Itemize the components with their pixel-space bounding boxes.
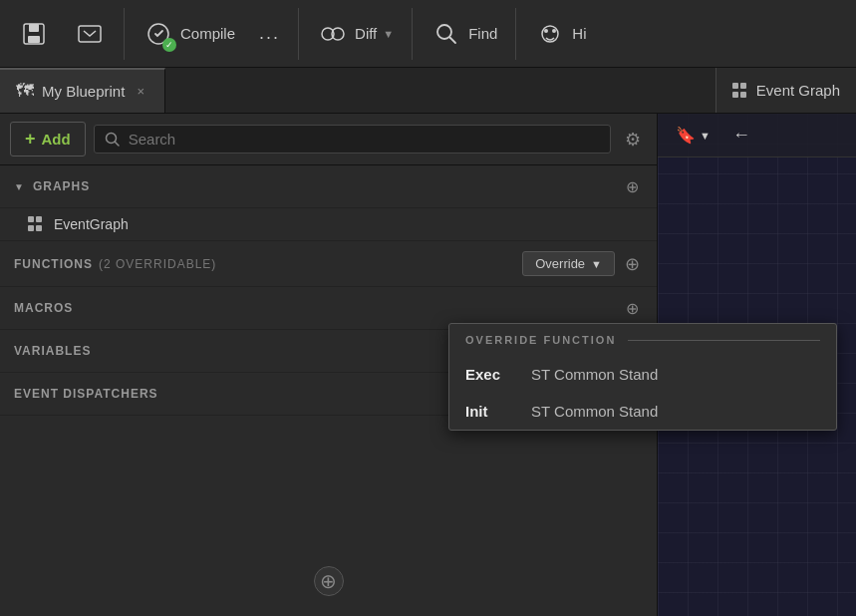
toolbar-divider-2 (298, 8, 299, 60)
functions-add-button[interactable]: ⊕ (621, 253, 643, 275)
find-icon (430, 18, 462, 50)
search-input[interactable] (129, 131, 600, 148)
hide-button[interactable]: Hi (524, 8, 596, 60)
graphs-add-button[interactable]: ⊕ (621, 175, 643, 197)
search-icon (105, 132, 121, 148)
override-exec-value: ST Common Stand (531, 366, 658, 383)
toolbar-divider-3 (412, 8, 413, 60)
svg-line-8 (450, 37, 456, 43)
browse-icon (74, 18, 106, 50)
compile-label: Compile (180, 25, 235, 42)
override-init-value: ST Common Stand (531, 403, 658, 420)
diff-chevron-icon: ▼ (383, 28, 394, 40)
compile-icon: ✓ (143, 18, 174, 50)
override-popup-divider (628, 340, 820, 341)
main-toolbar: ✓ Compile ... Diff ▼ Find (0, 0, 856, 68)
eventgraph-item[interactable]: EventGraph (0, 208, 657, 241)
eventgraph-item-icon (28, 216, 44, 232)
override-popup-header: OVERRIDE FUNCTION (449, 324, 836, 356)
left-panel: + Add ⚙ ▼ GRAPHS ⊕ (0, 114, 658, 616)
bottom-add-button[interactable]: ⊕ (314, 566, 344, 596)
override-exec-key: Exec (465, 366, 515, 383)
settings-icon: ⚙ (625, 130, 641, 150)
tab-event-graph-label: Event Graph (756, 82, 840, 99)
tab-my-blueprint[interactable]: 🗺 My Blueprint × (0, 68, 165, 113)
override-chevron-icon: ▼ (591, 258, 602, 270)
override-function-popup: OVERRIDE FUNCTION Exec ST Common Stand I… (448, 323, 837, 431)
override-row-init[interactable]: Init ST Common Stand (449, 393, 836, 430)
override-popup-title: OVERRIDE FUNCTION (465, 334, 616, 346)
svg-point-10 (544, 29, 548, 33)
event-dispatchers-label: EVENT DISPATCHERS (14, 387, 158, 401)
save-button[interactable] (8, 8, 60, 60)
save-icon (18, 18, 50, 50)
bookmark-chevron-icon: ▼ (700, 130, 711, 142)
svg-point-11 (552, 29, 556, 33)
event-graph-icon (732, 83, 748, 99)
panel-toolbar: + Add ⚙ (0, 114, 657, 165)
functions-add-icon: ⊕ (625, 253, 640, 275)
svg-rect-3 (79, 26, 101, 42)
browse-button[interactable] (64, 8, 116, 60)
compile-check-badge: ✓ (162, 38, 176, 52)
graphs-chevron-icon: ▼ (14, 181, 25, 192)
hide-label: Hi (572, 25, 586, 42)
back-arrow-icon: ← (732, 125, 750, 146)
functions-label: FUNCTIONS (14, 257, 93, 271)
tab-my-blueprint-label: My Blueprint (42, 83, 125, 100)
graphs-label: GRAPHS (33, 179, 90, 193)
variables-label: VARIABLES (14, 344, 91, 358)
bookmark-button[interactable]: 🔖 ▼ (668, 121, 718, 150)
override-dropdown-button[interactable]: Override ▼ (522, 251, 615, 276)
hide-icon (534, 18, 566, 50)
main-area: + Add ⚙ ▼ GRAPHS ⊕ (0, 114, 856, 616)
tab-blueprint-icon: 🗺 (16, 81, 34, 102)
functions-section-header[interactable]: FUNCTIONS (2 OVERRIDABLE) Override ▼ ⊕ (0, 241, 657, 287)
tab-event-graph[interactable]: Event Graph (715, 68, 856, 113)
functions-count: (2 OVERRIDABLE) (99, 257, 216, 271)
settings-button[interactable]: ⚙ (619, 125, 647, 154)
override-init-key: Init (465, 403, 515, 420)
override-label: Override (535, 256, 585, 271)
add-plus-icon: + (25, 129, 36, 150)
diff-label: Diff (355, 25, 377, 42)
back-button[interactable]: ← (724, 120, 758, 151)
graphs-section-header[interactable]: ▼ GRAPHS ⊕ (0, 165, 657, 208)
find-label: Find (468, 25, 497, 42)
compile-button[interactable]: ✓ Compile (133, 8, 245, 60)
toolbar-divider-1 (124, 8, 125, 60)
search-wrap (94, 125, 611, 154)
eventgraph-item-label: EventGraph (54, 216, 129, 232)
right-panel-toolbar: 🔖 ▼ ← (658, 114, 856, 157)
macros-label: MACROS (14, 301, 73, 315)
svg-line-13 (115, 142, 119, 146)
find-button[interactable]: Find (421, 8, 507, 60)
add-button[interactable]: + Add (10, 122, 86, 156)
toolbar-divider-4 (515, 8, 516, 60)
more-icon: ... (259, 23, 280, 44)
svg-rect-1 (29, 24, 39, 32)
svg-rect-2 (28, 36, 40, 43)
diff-button[interactable]: Diff ▼ (307, 8, 404, 60)
override-row-exec[interactable]: Exec ST Common Stand (449, 356, 836, 393)
more-button[interactable]: ... (249, 8, 290, 60)
diff-icon (317, 18, 349, 50)
add-label: Add (42, 131, 71, 148)
tab-strip: 🗺 My Blueprint × Event Graph (0, 68, 856, 114)
bookmark-icon: 🔖 (676, 126, 696, 145)
tab-close-button[interactable]: × (133, 82, 148, 101)
macros-add-button[interactable]: ⊕ (621, 297, 643, 319)
